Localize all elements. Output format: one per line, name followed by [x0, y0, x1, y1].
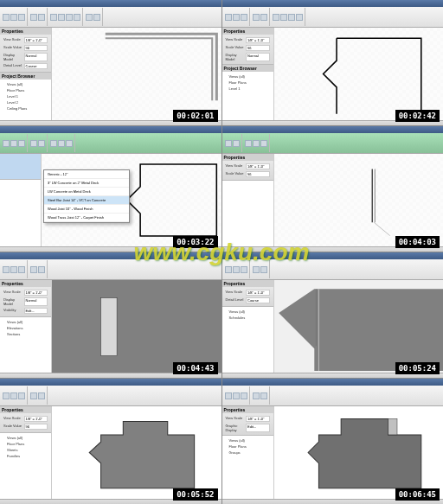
ribbon-button[interactable]: [18, 266, 25, 273]
ribbon-button[interactable]: [10, 140, 17, 147]
ribbon-button[interactable]: [50, 14, 57, 21]
ribbon-button[interactable]: [253, 266, 260, 273]
drawing-canvas[interactable]: [274, 154, 444, 246]
prop-value[interactable]: 1/8" = 1'-0": [246, 290, 270, 296]
tree-item[interactable]: Views (all): [2, 81, 49, 87]
prop-value[interactable]: 96: [246, 45, 270, 51]
ribbon-button[interactable]: [30, 14, 37, 21]
ribbon-button[interactable]: [260, 392, 267, 399]
menu-item[interactable]: Steel Bar Joist 14" - VCT on Concrete: [44, 196, 129, 205]
ribbon-button[interactable]: [38, 266, 45, 273]
ribbon-button[interactable]: [74, 14, 80, 21]
ribbon-button[interactable]: [50, 140, 57, 147]
tree-item[interactable]: Level 2: [2, 99, 49, 105]
ribbon-button[interactable]: [260, 266, 267, 273]
project-browser[interactable]: Views (all) Floor Plans Groups: [222, 436, 273, 499]
ribbon-button[interactable]: [233, 392, 240, 399]
ribbon-toolbar[interactable]: [0, 7, 222, 28]
prop-value[interactable]: Edit...: [246, 424, 270, 432]
ribbon-button[interactable]: [3, 14, 10, 21]
prop-value[interactable]: 1/8" = 1'-0": [24, 290, 48, 296]
ribbon-button[interactable]: [241, 14, 247, 21]
tree-item[interactable]: Floor Plans: [2, 87, 49, 93]
ribbon-button[interactable]: [233, 140, 240, 147]
prop-value[interactable]: Normal: [246, 53, 270, 61]
ribbon-button[interactable]: [273, 14, 279, 21]
prop-value[interactable]: 96: [24, 45, 48, 51]
prop-value[interactable]: Coarse: [246, 297, 270, 303]
tree-item[interactable]: Schedules: [224, 315, 272, 321]
ribbon-toolbar[interactable]: [222, 259, 444, 280]
prop-value[interactable]: Coarse: [24, 63, 48, 69]
ribbon-button[interactable]: [3, 392, 10, 399]
ribbon-button[interactable]: [86, 14, 93, 21]
prop-value[interactable]: 96: [246, 171, 270, 177]
ribbon-button[interactable]: [245, 140, 252, 147]
tree-item[interactable]: Ceiling Plans: [2, 105, 49, 112]
ribbon-button[interactable]: [18, 392, 25, 399]
ribbon-toolbar[interactable]: [222, 7, 444, 28]
ribbon-button[interactable]: [93, 14, 100, 21]
project-browser[interactable]: [222, 181, 273, 246]
ribbon-button[interactable]: [260, 140, 267, 147]
menu-item[interactable]: Generic - 12": [44, 170, 129, 179]
ribbon-button[interactable]: [10, 266, 17, 273]
type-selector-dropdown[interactable]: Generic - 12" 3" LW Concrete on 2" Metal…: [43, 169, 130, 223]
drawing-canvas[interactable]: Generic - 12" 3" LW Concrete on 2" Metal…: [42, 154, 222, 246]
ribbon-button[interactable]: [66, 14, 73, 21]
drawing-canvas[interactable]: [274, 28, 444, 120]
menu-item[interactable]: 3" LW Concrete on 2" Metal Deck: [44, 179, 129, 188]
ribbon-button[interactable]: [225, 266, 232, 273]
menu-item[interactable]: Wood Joist 10" - Wood Finish: [44, 205, 129, 214]
prop-value[interactable]: Edit...: [24, 308, 48, 314]
ribbon-button[interactable]: [3, 266, 10, 273]
menu-item[interactable]: LW Concrete on Metal Deck: [44, 188, 129, 196]
prop-value[interactable]: 1/8" = 1'-0": [24, 416, 48, 422]
ribbon-button[interactable]: [66, 140, 73, 147]
ribbon-button[interactable]: [253, 14, 260, 21]
ribbon-button[interactable]: [58, 140, 65, 147]
prop-value[interactable]: 1/8" = 1'-0": [24, 37, 48, 43]
ribbon-button[interactable]: [280, 14, 287, 21]
project-browser[interactable]: Views (all) Elevations Sections: [0, 317, 51, 373]
project-browser[interactable]: Views (all) Schedules: [222, 307, 273, 373]
drawing-canvas[interactable]: [52, 406, 222, 499]
prop-value[interactable]: 1/8" = 1'-0": [246, 416, 270, 422]
menu-item[interactable]: Wood Truss Joist 12" - Carpet Finish: [44, 214, 129, 222]
tree-item[interactable]: Level 1: [2, 93, 49, 99]
project-browser[interactable]: [0, 180, 41, 246]
drawing-canvas[interactable]: [274, 280, 444, 373]
ribbon-button[interactable]: [10, 392, 17, 399]
project-browser[interactable]: Views (all) Floor Plans Level 1: [222, 72, 273, 120]
ribbon-button[interactable]: [18, 14, 25, 21]
ribbon-button[interactable]: [3, 140, 10, 147]
ribbon-button[interactable]: [38, 140, 45, 147]
tree-item[interactable]: Views (all): [224, 309, 272, 315]
ribbon-button[interactable]: [260, 14, 267, 21]
prop-value[interactable]: 1/8" = 1'-0": [246, 163, 270, 169]
tree-item[interactable]: Views (all): [2, 435, 49, 441]
ribbon-button[interactable]: [58, 14, 65, 21]
tree-item[interactable]: Floor Plans: [224, 443, 272, 450]
drawing-canvas[interactable]: [52, 28, 222, 120]
tree-item[interactable]: Elevations: [2, 325, 49, 331]
ribbon-toolbar[interactable]: [222, 133, 444, 154]
tree-item[interactable]: Sections: [2, 331, 49, 337]
ribbon-button[interactable]: [30, 140, 37, 147]
tree-item[interactable]: Families: [2, 453, 49, 459]
ribbon-button[interactable]: [253, 392, 260, 399]
ribbon-button[interactable]: [10, 14, 17, 21]
ribbon-button[interactable]: [233, 266, 240, 273]
prop-value[interactable]: Normal: [24, 297, 48, 306]
tree-item[interactable]: Views (all): [224, 437, 272, 443]
ribbon-button[interactable]: [30, 266, 37, 273]
ribbon-button[interactable]: [225, 14, 232, 21]
prop-value[interactable]: 1/8" = 1'-0": [246, 37, 270, 43]
project-browser[interactable]: Views (all) Floor Plans Sheets Families: [0, 433, 51, 499]
ribbon-button[interactable]: [225, 140, 232, 147]
project-browser[interactable]: Views (all) Floor Plans Level 1 Level 2 …: [0, 80, 51, 120]
drawing-canvas[interactable]: [52, 280, 222, 373]
tree-item[interactable]: Views (all): [2, 319, 49, 325]
tree-item[interactable]: Views (all): [224, 73, 272, 80]
ribbon-button[interactable]: [253, 140, 260, 147]
